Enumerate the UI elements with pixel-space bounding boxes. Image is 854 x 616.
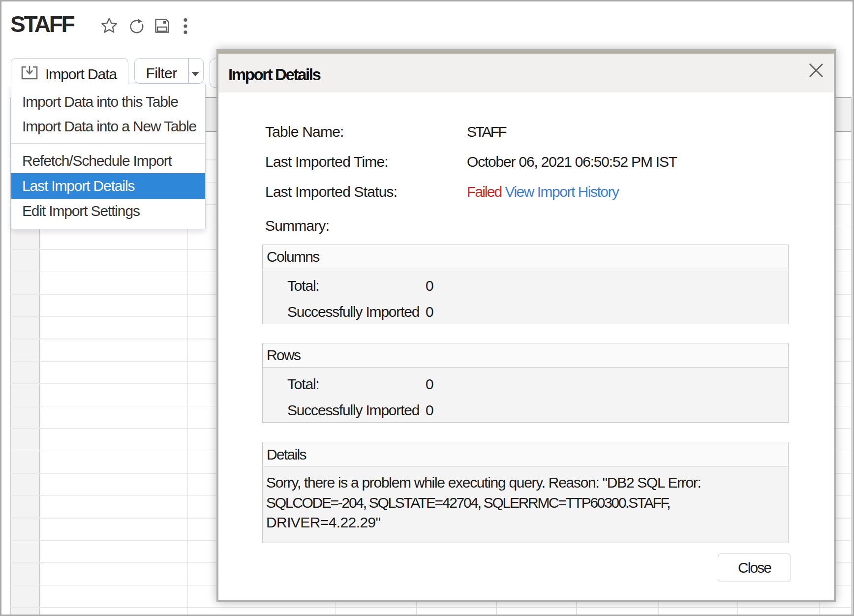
rows-total-label: Total: (287, 377, 319, 392)
filter-button[interactable]: Filter (135, 64, 188, 82)
columns-total-value: 0 (426, 278, 434, 293)
rows-box-title: Rows (263, 343, 788, 368)
field-value-last-imported-time: October 06, 2021 06:50:52 PM IST (467, 154, 677, 169)
menu-item-edit-import-settings[interactable]: Edit Import Settings (11, 199, 205, 223)
rows-summary-box: Rows Total: 0 Successfully Imported 0 (262, 343, 789, 423)
import-data-label: Import Data (45, 65, 117, 83)
menu-separator (11, 143, 205, 144)
details-line: Sorry, there is a problem while executin… (266, 473, 783, 493)
status-failed: Failed (467, 184, 501, 200)
field-label-last-imported-status: Last Imported Status: (265, 185, 397, 199)
menu-item-last-import-details[interactable]: Last Import Details (11, 173, 205, 199)
columns-summary-box: Columns Total: 0 Successfully Imported 0 (262, 245, 789, 324)
details-line: SQLCODE=-204, SQLSTATE=42704, SQLERRMC=T… (266, 493, 783, 513)
columns-success-value: 0 (426, 305, 434, 319)
menu-item-refetch-schedule-import[interactable]: Refetch/Schedule Import (11, 149, 205, 173)
import-data-button[interactable]: Import Data (11, 58, 128, 85)
field-label-table-name: Table Name: (265, 124, 344, 139)
field-value-last-imported-status: Failed View Import History (467, 185, 618, 199)
details-error-text: Sorry, there is a problem while executin… (266, 473, 783, 533)
app-window: STAFF Import Data Filter Import Data int… (0, 0, 854, 616)
rows-success-value: 0 (426, 403, 434, 418)
menu-item-import-into-new-table[interactable]: Import Data into a New Table (11, 114, 205, 139)
details-line: DRIVER=4.22.29" (266, 513, 783, 533)
columns-box-title: Columns (263, 245, 788, 269)
filter-dropdown-caret-icon[interactable] (191, 72, 199, 76)
columns-success-label: Successfully Imported (287, 305, 419, 319)
menu-item-import-into-this-table[interactable]: Import Data into this Table (11, 90, 205, 114)
columns-total-label: Total: (287, 278, 319, 293)
import-icon (21, 66, 38, 80)
import-details-dialog: Import Details Table Name: STAFF Last Im… (216, 49, 836, 602)
filter-divider (188, 59, 189, 83)
rows-success-label: Successfully Imported (287, 403, 419, 418)
summary-label: Summary: (265, 218, 329, 233)
rows-total-value: 0 (426, 377, 434, 392)
details-box-title: Details (263, 442, 788, 466)
dialog-title: Import Details (228, 66, 320, 83)
grid-line (851, 97, 852, 615)
import-data-menu: Import Data into this Table Import Data … (11, 84, 206, 229)
close-icon[interactable] (809, 63, 824, 78)
grid-line (10, 607, 851, 608)
field-label-last-imported-time: Last Imported Time: (265, 154, 388, 169)
close-button[interactable]: Close (718, 554, 791, 582)
filter-button-group: Filter (134, 58, 204, 84)
dialog-header: Import Details (218, 54, 834, 92)
view-import-history-link[interactable]: View Import History (505, 184, 618, 200)
field-value-table-name: STAFF (467, 124, 506, 139)
details-box: Details Sorry, there is a problem while … (262, 442, 789, 544)
